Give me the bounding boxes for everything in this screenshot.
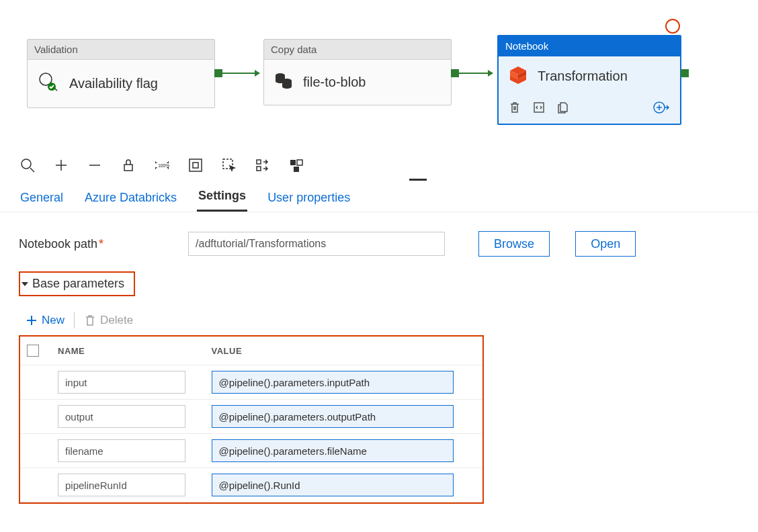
drag-handle-icon[interactable] — [409, 179, 427, 181]
activity-notebook[interactable]: Notebook Transformation — [497, 35, 681, 125]
connector-out[interactable] — [681, 69, 689, 77]
code-icon[interactable] — [532, 101, 546, 116]
table-row[interactable] — [20, 434, 482, 468]
zoom-out-icon[interactable] — [87, 158, 102, 175]
connector-out[interactable] — [451, 69, 459, 77]
svg-rect-17 — [257, 160, 261, 164]
activity-copy-data[interactable]: Copy data file-to-blob — [263, 39, 452, 105]
notebook-path-input[interactable] — [188, 232, 445, 256]
pipeline-arrow — [222, 73, 259, 74]
open-button[interactable]: Open — [575, 231, 636, 257]
zoom-100-icon[interactable]: 100% — [155, 158, 169, 175]
activity-validation[interactable]: Validation Availability flag — [27, 39, 215, 108]
tab-user-properties[interactable]: User properties — [266, 184, 351, 212]
magnifier-check-icon — [37, 71, 60, 97]
settings-panel: Notebook path* Browse Open Base paramete… — [0, 212, 758, 523]
svg-rect-14 — [190, 159, 202, 171]
parameters-table: NAME VALUE — [20, 337, 482, 502]
svg-line-8 — [30, 168, 34, 172]
param-value-input[interactable] — [212, 405, 454, 428]
table-row[interactable] — [20, 365, 482, 400]
pipeline-arrow — [459, 73, 493, 74]
select-all-checkbox[interactable] — [27, 345, 39, 357]
database-copy-icon — [273, 71, 294, 94]
delete-parameter-button: Delete — [84, 314, 133, 327]
status-indicator-icon — [665, 19, 680, 34]
param-value-input[interactable] — [212, 439, 454, 462]
activity-name: file-to-blob — [303, 75, 366, 90]
tab-settings[interactable]: Settings — [197, 182, 247, 212]
copy-icon[interactable] — [556, 101, 570, 116]
table-row[interactable] — [20, 468, 482, 502]
table-row[interactable] — [20, 400, 482, 434]
select-icon[interactable] — [222, 158, 237, 175]
svg-rect-19 — [290, 160, 296, 165]
pipeline-canvas[interactable]: Validation Availability flag Copy data — [0, 0, 758, 148]
separator — [74, 312, 75, 328]
new-parameter-button[interactable]: New — [26, 314, 65, 327]
svg-rect-21 — [294, 167, 299, 172]
search-icon[interactable] — [20, 158, 35, 175]
svg-rect-20 — [297, 160, 302, 165]
activity-type-label: Validation — [28, 40, 214, 60]
svg-rect-15 — [193, 163, 198, 168]
auto-align-icon[interactable] — [255, 158, 270, 175]
lock-icon[interactable] — [121, 158, 136, 175]
activity-name: Availability flag — [69, 76, 158, 91]
zoom-in-icon[interactable] — [54, 158, 69, 175]
caret-down-icon — [22, 282, 28, 286]
add-output-icon[interactable] — [653, 100, 671, 117]
notebook-path-label: Notebook path* — [19, 237, 103, 251]
layout-icon[interactable] — [289, 158, 304, 175]
base-parameters-label: Base parameters — [32, 277, 124, 291]
property-tabs: General Azure Databricks Settings User p… — [0, 181, 758, 212]
tab-general[interactable]: General — [19, 184, 65, 212]
param-name-input[interactable] — [58, 371, 185, 394]
browse-button[interactable]: Browse — [478, 231, 550, 257]
param-name-input[interactable] — [58, 474, 185, 496]
column-value: VALUE — [205, 337, 483, 365]
connector-out[interactable] — [214, 69, 222, 77]
param-name-input[interactable] — [58, 439, 185, 462]
databricks-icon — [508, 64, 528, 88]
column-name: NAME — [51, 337, 205, 365]
param-value-input[interactable] — [212, 371, 454, 394]
fit-screen-icon[interactable] — [188, 158, 203, 175]
svg-point-7 — [22, 159, 31, 169]
activity-type-label: Copy data — [264, 40, 451, 60]
param-value-input[interactable] — [212, 474, 454, 496]
svg-text:100%: 100% — [158, 163, 169, 167]
activity-name: Transformation — [538, 69, 628, 84]
param-name-input[interactable] — [58, 405, 185, 428]
svg-rect-18 — [257, 167, 261, 171]
activity-type-label: Notebook — [499, 36, 680, 56]
base-parameters-toggle[interactable]: Base parameters — [19, 271, 135, 296]
svg-rect-12 — [124, 165, 132, 171]
tab-databricks[interactable]: Azure Databricks — [83, 184, 178, 212]
canvas-toolbar: 100% — [0, 148, 758, 181]
trash-icon[interactable] — [508, 101, 521, 116]
